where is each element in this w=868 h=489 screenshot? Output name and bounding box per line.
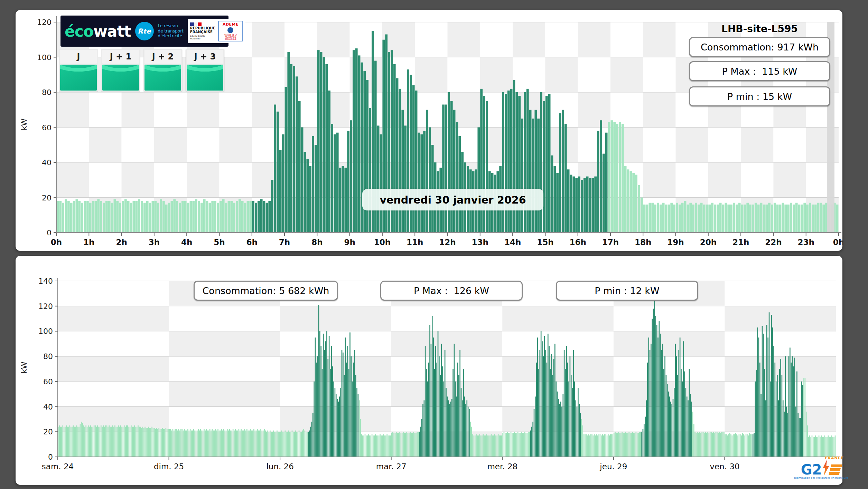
consumption-bar	[536, 363, 537, 457]
consumption-bar	[167, 429, 168, 457]
consumption-bar	[830, 437, 831, 457]
consumption-bar	[790, 203, 792, 233]
consumption-bar	[634, 433, 635, 457]
grid-cell	[58, 281, 169, 306]
forecast-tile-j3[interactable]: J + 3	[186, 49, 224, 92]
daily-pmax-stat: P Max : 115 kW	[689, 61, 830, 81]
consumption-bar	[675, 344, 676, 457]
consumption-bar	[823, 437, 824, 457]
consumption-bar	[698, 433, 699, 457]
daily-chart-panel: 0204060801001200h1h2h3h4h5h6h7h8h9h10h11…	[16, 10, 842, 251]
consumption-bar	[692, 412, 693, 457]
consumption-bar	[763, 334, 764, 457]
consumption-bar	[656, 325, 657, 457]
consumption-bar	[310, 427, 311, 457]
consumption-bar	[348, 369, 349, 457]
consumption-bar	[520, 433, 521, 457]
consumption-bar	[493, 435, 494, 457]
grid-cell	[773, 128, 806, 163]
consumption-bar	[282, 134, 284, 233]
x-tick-label: 1h	[83, 238, 94, 247]
consumption-bar	[741, 205, 744, 233]
consumption-bar	[688, 400, 689, 457]
grid-cell	[513, 57, 545, 93]
consumption-bar	[280, 432, 281, 457]
consumption-bar	[104, 427, 105, 457]
grid-cell	[154, 92, 187, 128]
consumption-bar	[299, 431, 300, 457]
consumption-bar	[608, 434, 609, 457]
consumption-bar	[68, 427, 69, 457]
consumption-bar	[584, 434, 585, 457]
g2e-france-logo[interactable]: G2 FRANCE optimisation des ressources én…	[800, 458, 842, 482]
consumption-bar	[765, 400, 766, 457]
consumption-bar	[74, 427, 75, 457]
consumption-bar	[225, 203, 227, 233]
consumption-bar	[70, 203, 73, 233]
forecast-tile-j1[interactable]: J + 1	[101, 49, 140, 92]
consumption-bar	[817, 437, 818, 457]
consumption-bar	[337, 399, 338, 457]
consumption-bar	[535, 396, 536, 457]
consumption-bar	[156, 428, 157, 457]
consumption-bar	[528, 432, 529, 457]
consumption-bar	[588, 434, 589, 457]
consumption-bar	[798, 205, 801, 233]
consumption-bar	[134, 425, 135, 457]
consumption-bar	[64, 427, 65, 457]
consumption-bar	[119, 427, 120, 457]
grid-cell	[480, 22, 513, 57]
consumption-bar	[103, 203, 105, 233]
consumption-bar	[150, 428, 151, 457]
consumption-bar	[303, 429, 304, 457]
consumption-bar	[795, 407, 796, 457]
forecast-tile-j2[interactable]: J + 2	[143, 49, 182, 92]
consumption-bar	[736, 434, 737, 457]
consumption-bar	[380, 434, 381, 457]
y-tick-label: 80	[42, 88, 52, 97]
consumption-bar	[831, 435, 832, 457]
consumption-bar	[760, 394, 762, 457]
consumption-bar	[780, 359, 781, 457]
consumption-bar	[252, 431, 253, 457]
consumption-bar	[579, 404, 580, 457]
consumption-bar	[124, 425, 125, 457]
x-tick-label: 4h	[181, 238, 192, 247]
x-tick-label: 8h	[311, 238, 323, 247]
consumption-bar	[59, 201, 62, 233]
forecast-tile-j[interactable]: J	[59, 49, 98, 92]
consumption-bar	[137, 427, 138, 457]
grid-cell	[708, 162, 741, 198]
consumption-bar	[516, 433, 517, 457]
x-tick-label: 7h	[279, 238, 290, 247]
consumption-bar	[595, 435, 596, 457]
consumption-bar	[735, 433, 736, 457]
consumption-bar	[512, 433, 513, 457]
consumption-bar	[127, 201, 130, 233]
grid-cell	[725, 306, 836, 331]
consumption-bar	[420, 134, 423, 233]
consumption-bar	[704, 433, 705, 457]
consumption-bar	[161, 429, 162, 457]
consumption-bar	[200, 429, 201, 457]
consumption-bar	[297, 432, 298, 457]
consumption-bar	[409, 433, 410, 457]
consumption-bar	[276, 432, 277, 457]
consumption-bar	[669, 396, 670, 457]
consumption-bar	[421, 419, 422, 457]
consumption-bar	[454, 344, 455, 457]
consumption-bar	[652, 319, 653, 457]
grid-cell	[725, 331, 836, 356]
ecowatt-banner[interactable]: écowatt Rte Le réseau de transport d'éle…	[60, 16, 228, 47]
consumption-bar	[399, 432, 400, 457]
consumption-bar	[556, 382, 557, 457]
consumption-bar	[646, 205, 648, 233]
x-tick-label: dim. 25	[154, 462, 184, 471]
consumption-bar	[140, 427, 141, 457]
consumption-bar	[274, 105, 276, 233]
consumption-bar	[125, 427, 126, 457]
consumption-bar	[782, 203, 784, 233]
x-tick-label: 23h	[798, 238, 814, 247]
consumption-bar	[822, 437, 823, 457]
consumption-bar	[270, 431, 271, 457]
